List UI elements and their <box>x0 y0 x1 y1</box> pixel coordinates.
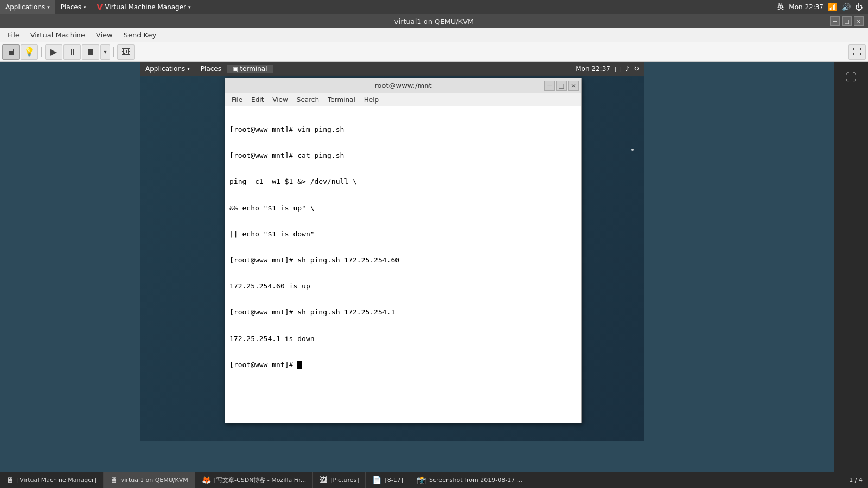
wifi-icon[interactable]: 📶 <box>828 3 837 11</box>
terminal-line-6: [root@www mnt]# sh ping.sh 172.25.254.60 <box>229 255 577 265</box>
places-menu[interactable]: Places ▾ <box>55 0 92 14</box>
terminal-line-2: [root@www mnt]# cat ping.sh <box>229 151 577 160</box>
terminal-titlebar-controls: − □ × <box>544 81 579 91</box>
inner-places[interactable]: Places <box>195 65 227 73</box>
system-bar: Applications ▾ Places ▾ V Virtual Machin… <box>0 0 868 14</box>
terminal-line-4: && echo "$1 is up" \ <box>229 203 577 213</box>
inner-terminal-label: terminal <box>240 65 267 73</box>
vmm-right-panel: ⛶ <box>834 62 868 488</box>
terminal-file-menu[interactable]: File <box>227 95 247 105</box>
taskbar-screenshot-icon: 📸 <box>417 476 426 484</box>
terminal-cursor <box>297 361 302 369</box>
taskbar-vmm-label: [Virtual Machine Manager] <box>17 477 97 484</box>
lang-icon[interactable]: 英 <box>777 2 784 12</box>
applications-menu[interactable]: Applications ▾ <box>0 0 55 14</box>
vmm-toolbar: 🖥 💡 ▶ ⏸ ⏹ ▾ 🖼 ⛶ <box>0 42 868 62</box>
vmm-titlebar: virtual1 on QEMU/KVM − □ × <box>0 14 868 28</box>
terminal-line-10: [root@www mnt]# <box>229 360 577 370</box>
inner-applications-label: Applications <box>145 65 185 73</box>
toolbar-pause-btn[interactable]: ⏸ <box>63 44 81 60</box>
taskbar-vm1-label: virtual1 on QEMU/KVM <box>121 477 188 484</box>
taskbar-pager-label: 1 / 4 <box>849 477 863 484</box>
toolbar-screen-btn[interactable]: 🖥 <box>2 44 20 60</box>
taskbar: 🖥 [Virtual Machine Manager] 🖥 virtual1 o… <box>0 472 868 488</box>
system-bar-right: 英 Mon 22:37 📶 🔊 ⏻ <box>777 2 868 12</box>
toolbar-stop-btn[interactable]: ⏹ <box>82 44 99 60</box>
inner-terminal-icon: ▣ <box>232 66 238 73</box>
terminal-window[interactable]: root@www:/mnt − □ × File Edit View Searc… <box>225 78 582 423</box>
inner-vol-icon: ♪ <box>625 65 629 73</box>
toolbar-sep-2 <box>113 47 114 57</box>
terminal-line-1: [root@www mnt]# vim ping.sh <box>229 125 577 134</box>
taskbar-817-label: [8-17] <box>385 477 403 484</box>
taskbar-screenshot[interactable]: 📸 Screenshot from 2019-08-17 ... <box>410 472 529 488</box>
toolbar-screenshot-btn[interactable]: 🖼 <box>117 44 135 60</box>
taskbar-pager: 1 / 4 <box>849 477 868 484</box>
terminal-minimize-btn[interactable]: − <box>544 81 555 91</box>
terminal-help-menu[interactable]: Help <box>360 95 383 105</box>
taskbar-vm1[interactable]: 🖥 virtual1 on QEMU/KVM <box>104 472 195 488</box>
vmm-file-menu[interactable]: File <box>2 28 25 42</box>
inner-applications[interactable]: Applications ▾ <box>140 65 195 73</box>
terminal-terminal-menu[interactable]: Terminal <box>323 95 360 105</box>
vmm-logo: V <box>97 3 103 11</box>
inner-applications-arrow: ▾ <box>187 66 190 72</box>
taskbar-firefox-label: [写文章-CSDN博客 - Mozilla Fir... <box>214 476 307 484</box>
power-icon[interactable]: ⏻ <box>855 3 863 11</box>
toolbar-sep-1 <box>41 47 42 57</box>
toolbar-fullscreen-btn[interactable]: ⛶ <box>848 44 866 60</box>
applications-label: Applications <box>5 3 45 11</box>
terminal-view-menu[interactable]: View <box>268 95 292 105</box>
inner-places-label: Places <box>201 65 221 73</box>
terminal-maximize-btn[interactable]: □ <box>556 81 567 91</box>
taskbar-firefox[interactable]: 🦊 [写文章-CSDN博客 - Mozilla Fir... <box>195 472 314 488</box>
taskbar-817-icon: 📄 <box>372 476 381 484</box>
terminal-line-3: ping -c1 -w1 $1 &> /dev/null \ <box>229 177 577 187</box>
inner-refresh-icon: ↻ <box>634 65 639 73</box>
inner-topbar-right: Mon 22:37 □ ♪ ↻ <box>576 65 644 73</box>
desktop-highlight <box>631 149 634 151</box>
taskbar-pictures-icon: 🖼 <box>320 476 327 484</box>
taskbar-pictures-label: [Pictures] <box>330 477 359 484</box>
toolbar-right: ⛶ <box>848 44 866 60</box>
vmm-menu[interactable]: V Virtual Machine Manager ▾ <box>92 0 196 14</box>
vmm-maximize-btn[interactable]: □ <box>842 16 852 26</box>
toolbar-play-btn[interactable]: ▶ <box>45 44 62 60</box>
taskbar-screenshot-label: Screenshot from 2019-08-17 ... <box>429 477 522 484</box>
panel-icon-1[interactable]: ⛶ <box>840 66 862 88</box>
applications-arrow: ▾ <box>47 4 50 10</box>
vmm-sendkey-menu[interactable]: Send Key <box>118 28 162 42</box>
vmm-view-menu[interactable]: View <box>91 28 118 42</box>
toolbar-lightbulb-btn[interactable]: 💡 <box>21 44 38 60</box>
vmm-close-btn[interactable]: × <box>854 16 864 26</box>
inner-time: Mon 22:37 <box>576 65 610 73</box>
vmm-arrow: ▾ <box>188 4 191 10</box>
taskbar-vmm[interactable]: 🖥 [Virtual Machine Manager] <box>0 472 104 488</box>
vmm-minimize-btn[interactable]: − <box>830 16 840 26</box>
terminal-edit-menu[interactable]: Edit <box>247 95 268 105</box>
system-time: Mon 22:37 <box>789 3 824 11</box>
vmm-vm-menu[interactable]: Virtual Machine <box>25 28 91 42</box>
terminal-title: root@www:/mnt <box>374 81 431 89</box>
taskbar-pictures[interactable]: 🖼 [Pictures] <box>313 472 366 488</box>
taskbar-8-17[interactable]: 📄 [8-17] <box>366 472 410 488</box>
terminal-close-btn[interactable]: × <box>568 81 579 91</box>
terminal-body[interactable]: [root@www mnt]# vim ping.sh [root@www mn… <box>225 106 581 423</box>
terminal-titlebar: root@www:/mnt − □ × <box>225 78 581 93</box>
terminal-search-menu[interactable]: Search <box>292 95 323 105</box>
places-arrow: ▾ <box>84 4 86 10</box>
vmm-menubar: File Virtual Machine View Send Key <box>0 28 868 42</box>
inner-terminal-tab[interactable]: ▣ terminal <box>227 65 273 73</box>
taskbar-vmm-icon: 🖥 <box>7 476 14 484</box>
taskbar-vm1-icon: 🖥 <box>110 476 118 484</box>
volume-icon[interactable]: 🔊 <box>841 3 851 11</box>
terminal-line-5: || echo "$1 is down" <box>229 229 577 239</box>
inner-topbar: Applications ▾ Places ▣ terminal Mon 22:… <box>140 62 644 76</box>
vmm-window-title: virtual1 on QEMU/KVM <box>394 17 474 25</box>
inner-maximize-icon: □ <box>615 65 621 73</box>
vmm-titlebar-controls: − □ × <box>830 16 864 26</box>
terminal-line-9: 172.25.254.1 is down <box>229 334 577 344</box>
places-label: Places <box>61 3 81 11</box>
terminal-menubar: File Edit View Search Terminal Help <box>225 93 581 106</box>
toolbar-dropdown-btn[interactable]: ▾ <box>100 44 110 60</box>
